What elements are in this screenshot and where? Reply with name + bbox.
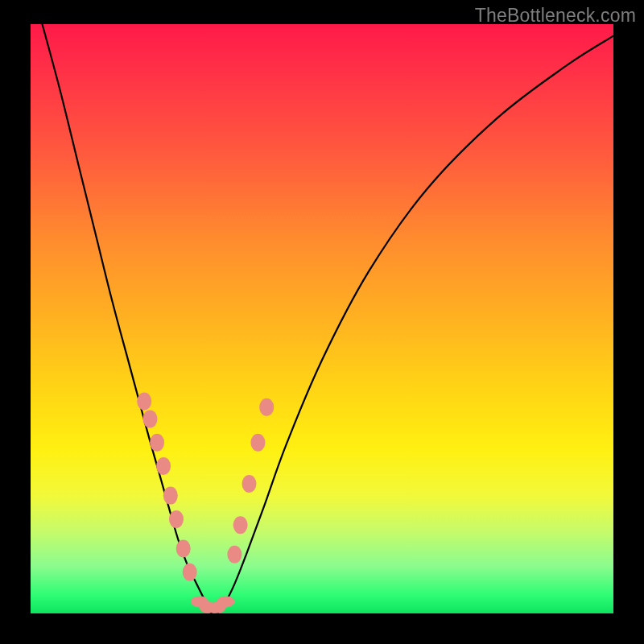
plot-area <box>31 24 613 613</box>
chart-frame: TheBottleneck.com <box>0 0 644 644</box>
marker-left_cluster <box>150 434 164 452</box>
watermark-text: TheBottleneck.com <box>475 5 636 27</box>
marker-left_cluster <box>176 540 191 558</box>
marker-left_cluster <box>169 510 184 528</box>
marker-left_cluster <box>156 457 171 475</box>
marker-left_cluster <box>163 487 178 505</box>
marker-layer <box>137 393 274 613</box>
marker-left_cluster <box>142 410 157 427</box>
marker-right_cluster <box>242 475 257 493</box>
marker-bottom_cluster <box>217 596 235 607</box>
curve-layer <box>31 24 613 613</box>
marker-right_cluster <box>250 434 265 452</box>
marker-left_cluster <box>183 564 197 581</box>
marker-right_cluster <box>227 546 242 564</box>
bottleneck-curve <box>43 24 614 615</box>
marker-left_cluster <box>137 393 151 411</box>
marker-right_cluster <box>259 398 274 416</box>
marker-right_cluster <box>233 516 248 534</box>
